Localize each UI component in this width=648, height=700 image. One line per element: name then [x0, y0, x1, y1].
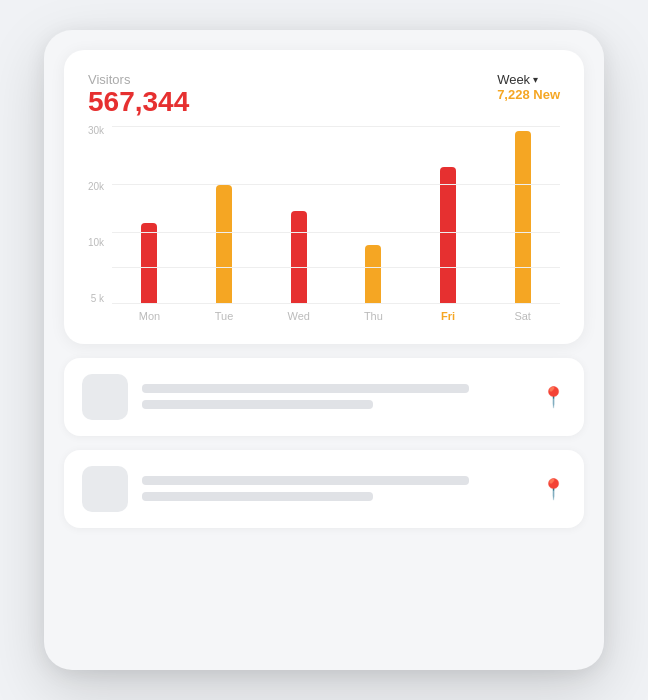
x-label-mon: Mon: [112, 310, 187, 322]
day-group-tue: [187, 126, 262, 303]
week-dropdown[interactable]: Week ▾: [497, 72, 560, 87]
y-label-20k: 20k: [88, 182, 104, 192]
week-label: Week: [497, 72, 530, 87]
x-label-wed: Wed: [261, 310, 336, 322]
chart-header: Visitors 567,344 Week ▾ 7,228 New: [88, 72, 560, 120]
grid-line-low: [112, 267, 560, 268]
x-labels: Mon Tue Wed Thu Fri Sat: [112, 310, 560, 322]
day-group-thu: [336, 126, 411, 303]
new-count: 7,228 New: [497, 87, 560, 102]
bar-tue-yellow: [216, 185, 232, 303]
x-label-thu: Thu: [336, 310, 411, 322]
list-item-1[interactable]: 📍: [64, 358, 584, 436]
bar-fri-red: [440, 167, 456, 303]
bar-chart: 30k 20k 10k 5 k: [88, 126, 560, 326]
list-line-1-top: [142, 384, 469, 393]
visitors-section: Visitors 567,344: [88, 72, 189, 120]
y-label-5k: 5 k: [91, 294, 104, 304]
chart-card: Visitors 567,344 Week ▾ 7,228 New 30k 20…: [64, 50, 584, 344]
list-thumb-2: [82, 466, 128, 512]
list-line-2-bottom: [142, 492, 373, 501]
right-header: Week ▾ 7,228 New: [497, 72, 560, 102]
list-item-2[interactable]: 📍: [64, 450, 584, 528]
list-line-1-bottom: [142, 400, 373, 409]
chart-area: Mon Tue Wed Thu Fri Sat: [112, 126, 560, 326]
pin-icon-1: 📍: [541, 385, 566, 409]
bar-thu-yellow: [365, 245, 381, 303]
x-label-sat: Sat: [485, 310, 560, 322]
x-label-tue: Tue: [187, 310, 262, 322]
day-group-mon: [112, 126, 187, 303]
visitors-count: 567,344: [88, 87, 189, 118]
list-content-2: [142, 476, 527, 501]
day-group-sat: [485, 126, 560, 303]
bar-wed-red: [291, 211, 307, 303]
visitors-label: Visitors: [88, 72, 189, 87]
pin-icon-2: 📍: [541, 477, 566, 501]
list-line-2-top: [142, 476, 469, 485]
chevron-down-icon: ▾: [533, 74, 538, 85]
phone-frame: Visitors 567,344 Week ▾ 7,228 New 30k 20…: [44, 30, 604, 670]
list-thumb-1: [82, 374, 128, 420]
x-label-fri: Fri: [411, 310, 486, 322]
bar-mon-red: [141, 223, 157, 303]
y-axis: 30k 20k 10k 5 k: [88, 126, 112, 326]
bar-sat-yellow: [515, 131, 531, 303]
day-group-fri: [411, 126, 486, 303]
day-group-wed: [261, 126, 336, 303]
y-label-10k: 10k: [88, 238, 104, 248]
y-label-30k: 30k: [88, 126, 104, 136]
bars-row: [112, 126, 560, 304]
grid-line-mid: [112, 232, 560, 233]
list-content-1: [142, 384, 527, 409]
